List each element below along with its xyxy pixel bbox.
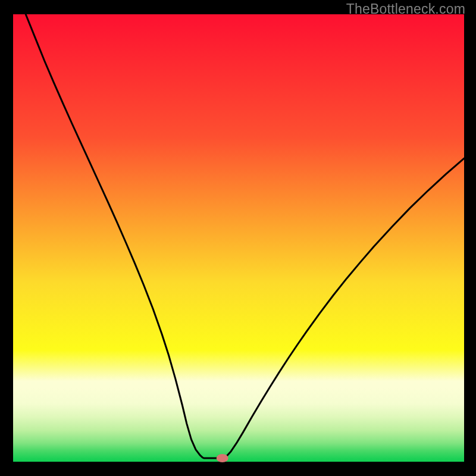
watermark-text: TheBottleneck.com: [346, 1, 465, 17]
bottleneck-chart: [0, 0, 476, 476]
plot-background: [13, 14, 464, 462]
optimal-point-marker: [217, 454, 228, 462]
